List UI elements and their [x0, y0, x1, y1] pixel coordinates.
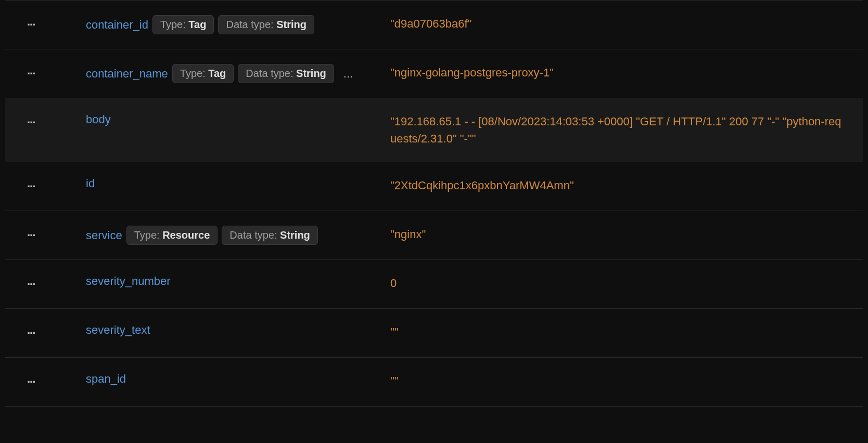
field-name-link[interactable]: container_name	[86, 67, 168, 81]
datatype-badge-value: String	[280, 229, 310, 241]
value-cell: "2XtdCqkihpc1x6pxbnYarMW4Amn"	[385, 177, 863, 194]
type-badge-value: Tag	[208, 68, 226, 79]
value-cell: 0	[385, 275, 863, 292]
datatype-badge-value: String	[276, 19, 307, 30]
actions-cell: ...	[5, 64, 86, 77]
datatype-badge: Data type: String	[238, 64, 334, 83]
actions-cell: ...	[5, 323, 86, 337]
field-cell: severity_text	[86, 323, 385, 337]
field-value: ""	[390, 325, 399, 338]
table-row: ...severity_number0	[5, 260, 863, 309]
type-badge-label: Type:	[134, 229, 162, 241]
field-value: 0	[390, 277, 397, 290]
field-name-link[interactable]: service	[86, 229, 122, 242]
field-name-link[interactable]: container_id	[86, 18, 148, 32]
field-name-link[interactable]: severity_text	[86, 323, 150, 337]
datatype-badge-value: String	[296, 68, 326, 79]
row-actions-menu[interactable]: ...	[27, 275, 35, 288]
value-cell: "nginx-golang-postgres-proxy-1"	[385, 64, 863, 81]
table-row: ...id"2XtdCqkihpc1x6pxbnYarMW4Amn"	[5, 162, 863, 211]
datatype-badge: Data type: String	[218, 15, 314, 34]
field-cell: body	[86, 113, 385, 126]
datatype-badge: Data type: String	[222, 226, 318, 245]
field-cell: span_id	[86, 372, 385, 386]
field-value: "2XtdCqkihpc1x6pxbnYarMW4Amn"	[390, 179, 574, 192]
table-row: ...container_nameType: TagData type: Str…	[5, 49, 863, 98]
table-row: ...span_id""	[5, 358, 863, 407]
value-cell: ""	[385, 372, 863, 389]
field-name-link[interactable]: body	[86, 113, 111, 126]
field-cell: serviceType: ResourceData type: String	[86, 226, 385, 245]
row-actions-menu[interactable]: ...	[27, 226, 35, 239]
value-cell: "nginx"	[385, 226, 863, 243]
field-cell: container_idType: TagData type: String	[86, 15, 385, 34]
type-badge-value: Resource	[162, 229, 210, 241]
field-value: "d9a07063ba6f"	[390, 17, 471, 30]
actions-cell: ...	[5, 15, 86, 29]
datatype-badge-label: Data type:	[226, 19, 276, 30]
value-cell: ""	[385, 323, 863, 341]
type-badge-value: Tag	[188, 19, 206, 30]
value-cell: "192.168.65.1 - - [08/Nov/2023:14:03:53 …	[385, 113, 863, 147]
field-value: "nginx-golang-postgres-proxy-1"	[390, 66, 554, 79]
field-name-link[interactable]: severity_number	[86, 275, 171, 288]
value-cell: "d9a07063ba6f"	[385, 15, 863, 32]
type-badge-label: Type:	[180, 68, 208, 79]
row-actions-menu[interactable]: ...	[27, 15, 35, 29]
actions-cell: ...	[5, 372, 86, 386]
row-actions-menu[interactable]: ...	[27, 177, 35, 190]
table-row: ...body"192.168.65.1 - - [08/Nov/2023:14…	[5, 98, 863, 162]
field-value: ""	[390, 374, 399, 387]
actions-cell: ...	[5, 275, 86, 288]
row-actions-menu[interactable]: ...	[27, 323, 35, 337]
type-badge: Type: Tag	[152, 15, 214, 34]
row-actions-menu[interactable]: ...	[27, 372, 35, 386]
actions-cell: ...	[5, 226, 86, 239]
field-cell: container_nameType: TagData type: String…	[86, 64, 385, 83]
field-cell: id	[86, 177, 385, 190]
row-actions-menu[interactable]: ...	[27, 64, 35, 77]
actions-cell: ...	[5, 113, 86, 126]
type-badge: Type: Resource	[126, 226, 218, 245]
table-row: ...severity_text""	[5, 309, 863, 358]
field-value: "192.168.65.1 - - [08/Nov/2023:14:03:53 …	[390, 115, 841, 145]
field-name-link[interactable]: id	[86, 177, 95, 190]
type-badge: Type: Tag	[172, 64, 234, 83]
table-row: ...container_idType: TagData type: Strin…	[5, 0, 863, 49]
row-actions-menu[interactable]: ...	[27, 113, 35, 126]
field-cell: severity_number	[86, 275, 385, 288]
field-value: "nginx"	[390, 228, 426, 241]
field-overflow-indicator[interactable]: ...	[338, 67, 353, 81]
datatype-badge-label: Data type:	[229, 229, 280, 241]
table-row: ...serviceType: ResourceData type: Strin…	[5, 211, 863, 260]
field-name-link[interactable]: span_id	[86, 372, 126, 386]
log-fields-table: ...container_idType: TagData type: Strin…	[0, 0, 868, 407]
type-badge-label: Type:	[160, 19, 188, 30]
actions-cell: ...	[5, 177, 86, 190]
datatype-badge-label: Data type:	[246, 68, 296, 79]
